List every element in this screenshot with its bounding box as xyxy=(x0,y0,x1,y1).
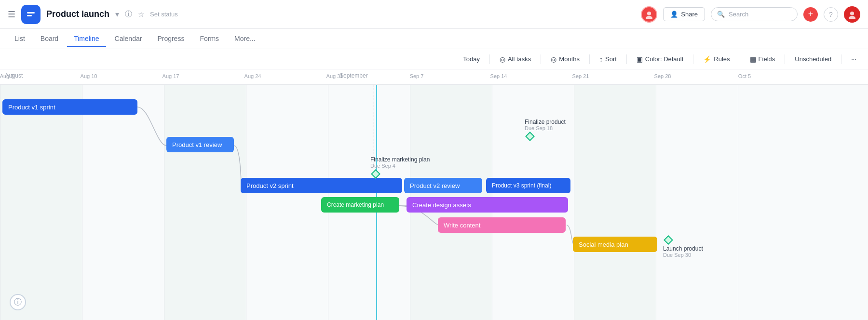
header-right: 👤 Share 🔍 Search + ? xyxy=(641,6,860,23)
tab-timeline[interactable]: Timeline xyxy=(67,31,106,47)
date-aug31: Aug 31 xyxy=(326,73,343,79)
nav-tabs: List Board Timeline Calendar Progress Fo… xyxy=(0,29,868,49)
header-left: ☰ Product launch ▾ ⓘ ☆ Set status xyxy=(8,5,641,24)
milestone-finalize-product[interactable]: Finalize product Due Sep 18 xyxy=(525,119,566,140)
circle-check-icon: ◎ xyxy=(500,55,505,63)
project-title: Product launch xyxy=(46,9,109,19)
date-sep28: Sep 28 xyxy=(654,73,671,79)
rules-button[interactable]: ⚡ Rules xyxy=(699,53,733,65)
grid-col-3 xyxy=(246,85,328,320)
task-product-v1-review[interactable]: Product v1 review xyxy=(166,137,234,152)
rules-icon: ⚡ xyxy=(703,55,711,63)
task-product-v2-review[interactable]: Product v2 review xyxy=(404,178,482,193)
divider-5 xyxy=(693,54,693,64)
share-button[interactable]: 👤 Share xyxy=(663,7,705,21)
divider-2 xyxy=(541,54,541,64)
months-icon: ◎ xyxy=(551,55,556,63)
hamburger-icon[interactable]: ☰ xyxy=(8,9,15,20)
diamond-icon xyxy=(664,235,673,245)
color-button[interactable]: ▣ Color: Default xyxy=(633,53,687,65)
avatar-red xyxy=(641,6,657,23)
task-create-marketing-plan[interactable]: Create marketing plan xyxy=(321,197,399,213)
svg-point-4 xyxy=(850,12,854,15)
sort-icon: ↕ xyxy=(599,55,603,63)
search-bar[interactable]: 🔍 Search xyxy=(711,7,798,21)
color-icon: ▣ xyxy=(637,55,643,63)
date-aug24: Aug 24 xyxy=(244,73,261,79)
milestone-finalize-marketing[interactable]: Finalize marketing plan Due Sep 4 xyxy=(370,156,430,177)
toolbar: Today ◎ All tasks ◎ Months ↕ Sort ▣ Colo… xyxy=(0,49,868,69)
tab-more[interactable]: More... xyxy=(228,31,262,47)
svg-point-2 xyxy=(647,12,651,15)
timeline-container: August September Aug 3 Aug 10 Aug 17 Aug… xyxy=(0,69,868,320)
diamond-icon xyxy=(371,169,380,179)
set-status[interactable]: Set status xyxy=(150,11,178,18)
sort-button[interactable]: ↕ Sort xyxy=(596,53,621,65)
milestone-launch-product[interactable]: Launch product Due Sep 30 xyxy=(663,237,703,258)
months-button[interactable]: ◎ Months xyxy=(547,53,583,65)
date-aug3: Aug 3 xyxy=(0,73,14,79)
chevron-down-icon[interactable]: ▾ xyxy=(115,10,119,19)
user-avatar[interactable] xyxy=(844,6,860,23)
task-product-v3-sprint[interactable]: Product v3 sprint (final) xyxy=(486,178,570,193)
tab-list[interactable]: List xyxy=(8,31,32,47)
grid-col-2 xyxy=(164,85,246,320)
date-aug17: Aug 17 xyxy=(163,73,179,79)
header: ☰ Product launch ▾ ⓘ ☆ Set status 👤 Shar… xyxy=(0,0,868,29)
toolbar-controls: Today ◎ All tasks ◎ Months ↕ Sort ▣ Colo… xyxy=(459,53,860,65)
grid-col-9 xyxy=(738,85,820,320)
svg-point-5 xyxy=(849,16,855,19)
tab-forms[interactable]: Forms xyxy=(193,31,226,47)
divider-8 xyxy=(841,54,841,64)
divider-3 xyxy=(589,54,590,64)
fields-button[interactable]: ▤ Fields xyxy=(746,53,779,65)
task-write-content[interactable]: Write content xyxy=(438,217,566,233)
grid-col-0 xyxy=(0,85,82,320)
svg-rect-0 xyxy=(27,12,35,13)
svg-point-3 xyxy=(646,16,652,19)
add-button[interactable]: + xyxy=(803,7,818,22)
grid-col-1 xyxy=(82,85,164,320)
fields-icon: ▤ xyxy=(750,55,756,63)
app-logo xyxy=(21,5,41,24)
all-tasks-button[interactable]: ◎ All tasks xyxy=(496,53,535,65)
help-button[interactable]: ? xyxy=(824,7,838,22)
task-product-v2-sprint[interactable]: Product v2 sprint xyxy=(241,178,402,193)
date-sep14: Sep 14 xyxy=(490,73,507,79)
divider-7 xyxy=(785,54,785,64)
info-icon[interactable]: ⓘ xyxy=(125,10,132,19)
task-product-v1-sprint[interactable]: Product v1 sprint xyxy=(2,99,137,115)
grid-col-8 xyxy=(656,85,738,320)
divider-6 xyxy=(740,54,740,64)
date-sep21: Sep 21 xyxy=(572,73,589,79)
more-button[interactable]: ··· xyxy=(847,53,860,65)
grid-col-7 xyxy=(574,85,656,320)
tab-board[interactable]: Board xyxy=(34,31,65,47)
svg-rect-1 xyxy=(27,15,32,16)
share-icon: 👤 xyxy=(670,11,678,18)
date-oct5: Oct 5 xyxy=(738,73,751,79)
search-icon: 🔍 xyxy=(717,11,725,18)
divider-1 xyxy=(489,54,490,64)
task-create-design-assets[interactable]: Create design assets xyxy=(407,197,568,213)
unscheduled-button[interactable]: Unscheduled xyxy=(791,53,835,65)
diamond-icon xyxy=(525,132,535,141)
timeline-grid: Product v1 sprint Product v1 review Prod… xyxy=(0,85,868,320)
star-icon[interactable]: ☆ xyxy=(138,10,144,19)
date-aug10: Aug 10 xyxy=(81,73,97,79)
divider-4 xyxy=(626,54,627,64)
today-button[interactable]: Today xyxy=(459,53,484,65)
tab-progress[interactable]: Progress xyxy=(150,31,191,47)
task-social-media-plan[interactable]: Social media plan xyxy=(573,237,657,252)
info-button[interactable]: ⓘ xyxy=(10,294,26,310)
date-sep7: Sep 7 xyxy=(410,73,424,79)
tab-calendar[interactable]: Calendar xyxy=(108,31,149,47)
date-header: August September Aug 3 Aug 10 Aug 17 Aug… xyxy=(0,69,868,85)
